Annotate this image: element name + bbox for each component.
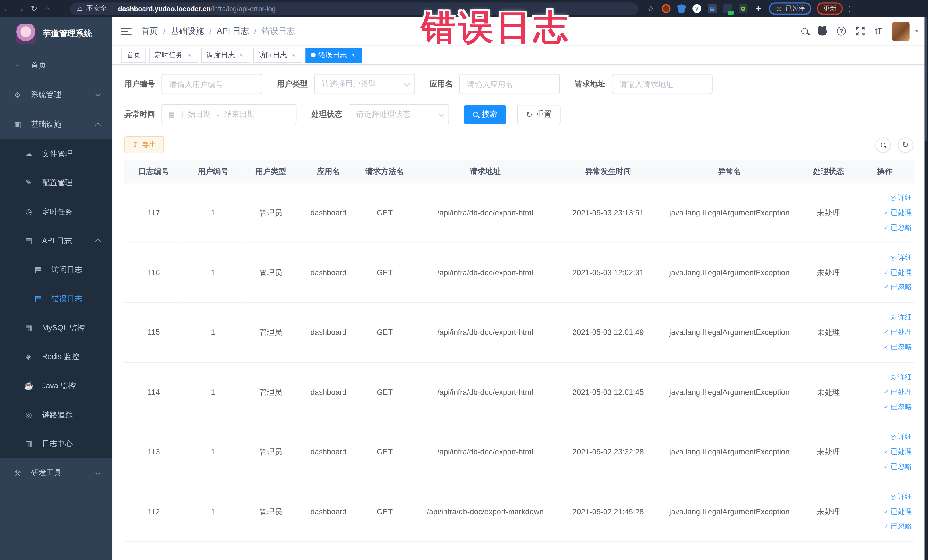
mark-ignored-link[interactable]: ✓已忽略 bbox=[884, 282, 912, 292]
reset-button[interactable]: ↻ 重置 bbox=[517, 104, 560, 124]
close-icon[interactable]: × bbox=[186, 51, 193, 58]
refresh-table-button[interactable]: ↻ bbox=[898, 137, 913, 153]
mark-ignored-link[interactable]: ✓已忽略 bbox=[884, 462, 912, 471]
sidebar-item-api-log[interactable]: ▤ API 日志 bbox=[0, 226, 112, 255]
close-icon[interactable]: × bbox=[290, 51, 297, 58]
filter-label: 处理状态 bbox=[311, 109, 342, 119]
sidebar-item-log-center[interactable]: ▥ 日志中心 bbox=[0, 429, 112, 458]
mark-processed-link[interactable]: ✓已处理 bbox=[884, 507, 912, 517]
tag-job-log[interactable]: 调度日志 × bbox=[201, 48, 250, 63]
mark-ignored-link[interactable]: ✓已忽略 bbox=[884, 342, 912, 352]
mark-ignored-link[interactable]: ✓已忽略 bbox=[884, 522, 912, 531]
table-row: 1161管理员dashboardGET/api/infra/db-doc/exp… bbox=[124, 243, 914, 303]
request-url-input[interactable] bbox=[612, 74, 713, 94]
user-id-input[interactable] bbox=[162, 74, 262, 94]
browser-home-icon[interactable]: ⌂ bbox=[41, 4, 55, 13]
check-icon: ✓ bbox=[884, 209, 889, 217]
col-header-exception: 异常名 bbox=[657, 160, 802, 183]
eye-icon: ◎ bbox=[24, 410, 34, 419]
sidebar-item-home[interactable]: ⌂ 首页 bbox=[0, 50, 112, 80]
cell-user_id: 1 bbox=[183, 243, 243, 303]
cell-app: dashboard bbox=[299, 302, 358, 362]
search-icon[interactable] bbox=[801, 28, 808, 35]
user-avatar[interactable] bbox=[892, 22, 910, 41]
extension-icon-shield[interactable] bbox=[677, 4, 686, 13]
check-icon: ✓ bbox=[884, 523, 889, 530]
cell-user_type: 管理员 bbox=[243, 362, 299, 422]
bookmark-star-icon[interactable]: ☆ bbox=[646, 4, 655, 13]
tag-scheduled-jobs[interactable]: 定时任务 × bbox=[149, 48, 198, 63]
sidebar-item-java-monitor[interactable]: ☕ Java 监控 bbox=[0, 371, 112, 400]
action-label: 详细 bbox=[898, 253, 912, 263]
profile-paused-badge[interactable]: ☺ 已暂停 bbox=[769, 2, 812, 15]
reload-icon[interactable]: ↻ bbox=[27, 4, 41, 13]
sidebar-item-config-manage[interactable]: ✎ 配置管理 bbox=[0, 168, 112, 197]
sidebar-item-mysql-monitor[interactable]: ▦ MySQL 监控 bbox=[0, 313, 112, 342]
mark-processed-link[interactable]: ✓已处理 bbox=[884, 208, 912, 218]
filter-label: 异常时间 bbox=[124, 109, 155, 119]
detail-link[interactable]: ◎详细 bbox=[890, 193, 912, 203]
back-icon[interactable]: ← bbox=[0, 4, 14, 13]
sidebar-item-trace[interactable]: ◎ 链路追踪 bbox=[0, 400, 112, 429]
sidebar-item-infra[interactable]: ▣ 基础设施 bbox=[0, 110, 112, 139]
extension-icon-sprout[interactable]: ✿ bbox=[739, 4, 748, 13]
date-range-picker[interactable]: ▦ 开始日期 - 结束日期 bbox=[162, 104, 296, 124]
browser-menu-icon[interactable]: ⋮ bbox=[845, 5, 853, 13]
mark-processed-link[interactable]: ✓已处理 bbox=[884, 268, 912, 278]
sidebar-item-error-log[interactable]: ▤ 错误日志 bbox=[0, 284, 112, 313]
tag-error-log-active[interactable]: 错误日志 × bbox=[305, 48, 362, 63]
breadcrumb-api-log[interactable]: API 日志 bbox=[217, 26, 249, 36]
sidebar-item-label: 日志中心 bbox=[42, 438, 73, 449]
scrollbar-thumb[interactable] bbox=[925, 17, 927, 142]
close-icon[interactable]: × bbox=[238, 51, 245, 58]
tag-home[interactable]: 首页 bbox=[121, 48, 146, 63]
fullscreen-icon[interactable] bbox=[856, 26, 865, 35]
browser-scrollbar[interactable] bbox=[925, 17, 928, 560]
mark-ignored-link[interactable]: ✓已忽略 bbox=[884, 402, 912, 412]
sidebar-item-redis-monitor[interactable]: ◈ Redis 监控 bbox=[0, 342, 112, 371]
forward-icon[interactable]: → bbox=[14, 4, 27, 13]
close-icon[interactable]: × bbox=[350, 51, 357, 58]
cell-time: 2021-05-02 21:45:28 bbox=[559, 482, 657, 542]
user-type-select[interactable]: 请选择用户类型 bbox=[314, 74, 415, 94]
extension-icon-orange[interactable] bbox=[662, 4, 670, 13]
sidebar-item-system[interactable]: ⚙ 系统管理 bbox=[0, 80, 112, 110]
extension-icon-on-badge[interactable] bbox=[723, 4, 732, 13]
mark-processed-link[interactable]: ✓已处理 bbox=[884, 387, 912, 397]
sidebar-item-access-log[interactable]: ▤ 访问日志 bbox=[0, 255, 112, 284]
browser-update-button[interactable]: 更新 bbox=[817, 2, 843, 15]
detail-link[interactable]: ◎详细 bbox=[890, 492, 912, 502]
mark-processed-link[interactable]: ✓已处理 bbox=[884, 327, 912, 337]
help-icon[interactable]: ? bbox=[837, 26, 846, 35]
process-status-select[interactable]: 请选择处理状态 bbox=[349, 104, 449, 124]
search-button[interactable]: 搜索 bbox=[464, 104, 506, 124]
mark-ignored-link[interactable]: ✓已忽略 bbox=[884, 223, 912, 232]
toggle-search-button[interactable] bbox=[875, 137, 891, 153]
avatar-caret-down-icon[interactable]: ▾ bbox=[915, 27, 918, 35]
tag-label: 首页 bbox=[127, 50, 141, 60]
detail-link[interactable]: ◎详细 bbox=[890, 312, 912, 322]
detail-link[interactable]: ◎详细 bbox=[890, 432, 912, 442]
sidebar-item-scheduled-jobs[interactable]: ◷ 定时任务 bbox=[0, 197, 112, 226]
detail-link[interactable]: ◎详细 bbox=[890, 253, 912, 263]
extension-icon-green[interactable]: V bbox=[692, 4, 701, 13]
cell-user_type: 管理员 bbox=[243, 183, 299, 243]
sidebar-item-dev-tools[interactable]: ⚒ 研发工具 bbox=[0, 458, 112, 488]
mark-processed-link[interactable]: ✓已处理 bbox=[884, 447, 912, 457]
github-icon[interactable] bbox=[818, 27, 827, 35]
breadcrumb-infra[interactable]: 基础设施 bbox=[171, 26, 204, 36]
detail-link[interactable]: ◎详细 bbox=[890, 372, 912, 382]
font-size-icon[interactable]: tT bbox=[875, 26, 882, 35]
home-icon: ⌂ bbox=[12, 61, 23, 70]
action-label: 已忽略 bbox=[891, 342, 912, 352]
breadcrumb-home[interactable]: 首页 bbox=[142, 26, 158, 36]
sidebar-item-file-manage[interactable]: ☁ 文件管理 bbox=[0, 139, 112, 168]
sidebar-logo[interactable]: 芋道管理系统 bbox=[0, 17, 112, 50]
extensions-puzzle-icon[interactable]: ✚ bbox=[754, 4, 763, 13]
tag-access-log[interactable]: 访问日志 × bbox=[253, 48, 302, 63]
error-log-table: 日志编号 用户编号 用户类型 应用名 请求方法名 请求地址 异常发生时间 异常名… bbox=[124, 160, 914, 542]
export-button[interactable]: ↧ 导出 bbox=[124, 136, 164, 153]
sidebar-fold-icon[interactable] bbox=[121, 26, 131, 36]
extension-icon-grid[interactable]: ▦ bbox=[708, 4, 717, 13]
app-name-input[interactable] bbox=[459, 74, 560, 94]
